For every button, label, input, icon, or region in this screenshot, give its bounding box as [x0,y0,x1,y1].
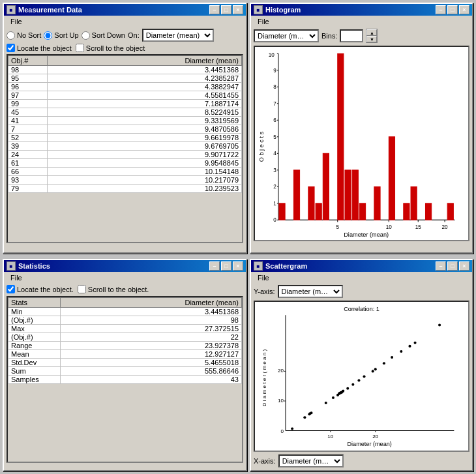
sort-by-dropdown[interactable]: Diameter (mean) [142,29,214,42]
table-row[interactable]: 6610.154148 [8,168,242,176]
table-row[interactable]: Std.Dev5.4655018 [8,359,242,367]
svg-text:20: 20 [442,224,449,230]
scattergram-close-btn[interactable]: × [459,261,469,271]
svg-rect-38 [447,203,453,220]
table-row[interactable]: 983.4451368 [8,66,242,74]
sort-down-option[interactable]: Sort Down [82,31,125,40]
svg-text:8: 8 [273,84,276,90]
statistics-maximize-btn[interactable]: □ [221,261,231,271]
stats-label-cell: Min [8,308,61,316]
statistics-title-controls: – □ × [209,261,243,271]
table-row[interactable]: 9310.217079 [8,176,242,185]
scattergram-file-menu[interactable]: File [254,273,273,282]
svg-point-58 [303,416,306,419]
statistics-minimize-btn[interactable]: – [209,261,220,271]
table-row[interactable]: 458.5224915 [8,108,242,117]
table-row[interactable]: Samples43 [8,376,242,384]
histogram-minimize-btn[interactable]: – [436,5,446,14]
table-row[interactable]: 964.3882947 [8,83,242,91]
measurement-close-btn[interactable]: × [233,5,243,14]
sort-up-option[interactable]: Sort Up [44,31,78,40]
diameter-cell: 4.5581455 [48,91,242,100]
stats-value-cell: 23.927378 [61,342,242,350]
measurement-title: Measurement Data [18,6,82,14]
svg-rect-30 [345,170,351,220]
table-row[interactable]: (Obj.#)22 [8,333,242,342]
table-row[interactable]: Range23.927378 [8,342,242,350]
table-row[interactable]: 249.9071722 [8,151,242,159]
table-row[interactable]: 529.6619978 [8,134,242,142]
table-row[interactable]: 79.4870586 [8,125,242,134]
svg-point-63 [332,396,335,399]
svg-text:10: 10 [278,398,284,404]
histogram-title: Histogram [265,6,301,14]
bins-spin-up[interactable]: ▲ [366,29,377,36]
stats-label-cell: (Obj.#) [8,333,61,342]
scattergram-maximize-btn[interactable]: □ [447,261,458,271]
svg-rect-24 [279,203,285,220]
svg-rect-31 [352,170,358,220]
locate-object-checkbox-label[interactable]: Locate the object [7,44,72,52]
stats-col-header-stats: Stats [8,298,61,308]
table-row[interactable]: 997.1887174 [8,100,242,108]
measurement-table-container[interactable]: Obj.# Diameter (mean) 983.4451368954.238… [7,54,243,243]
stats-locate-checkbox[interactable] [7,285,15,293]
measurement-maximize-btn[interactable]: □ [221,5,231,14]
statistics-close-btn[interactable]: × [233,261,243,271]
statistics-table-container[interactable]: Stats Diameter (mean) Min3.4451368(Obj.#… [7,296,243,463]
stats-value-cell: 43 [61,376,242,384]
stats-label-cell: Samples [8,376,61,384]
scroll-object-checkbox[interactable] [76,44,84,52]
histogram-close-btn[interactable]: × [459,5,469,14]
table-row[interactable]: (Obj.#)98 [8,316,242,325]
scattergram-minimize-btn[interactable]: – [436,261,446,271]
histogram-maximize-btn[interactable]: □ [447,5,458,14]
svg-point-83 [414,342,417,344]
scattergram-y-axis-dropdown[interactable]: Diameter (m… [278,285,343,298]
bins-spinner[interactable]: ▲ ▼ [366,29,378,43]
table-row[interactable]: 619.9548845 [8,159,242,168]
measurement-file-menu[interactable]: File [7,17,26,26]
table-row[interactable]: 954.2385287 [8,74,242,83]
locate-object-checkbox[interactable] [7,44,15,52]
sort-up-radio[interactable] [44,31,52,40]
stats-scroll-checkbox-label[interactable]: Scroll to the object. [78,285,149,293]
obj-num-cell: 97 [8,91,48,100]
histogram-x-axis-dropdown[interactable]: Diameter (m… [254,29,319,42]
svg-rect-28 [323,153,329,220]
scattergram-axis-toolbar: Y-axis: Diameter (m… [251,284,472,299]
diameter-cell: 3.4451368 [48,66,242,74]
measurement-menu-bar: File [4,16,246,27]
stats-label-cell: Std.Dev [8,359,61,367]
table-row[interactable]: 974.5581455 [8,91,242,100]
table-row[interactable]: Sum555.86646 [8,367,242,376]
stats-locate-checkbox-label[interactable]: Locate the object. [7,285,74,293]
statistics-file-menu[interactable]: File [7,273,26,282]
sort-down-radio[interactable] [82,31,90,40]
table-row[interactable]: Mean12.927127 [8,350,242,359]
scattergram-window-icon: ■ [254,261,263,271]
bins-input[interactable]: 24 [340,29,363,42]
table-row[interactable]: Min3.4451368 [8,308,242,316]
x-axis-label: X-axis: [254,457,276,465]
measurement-title-controls: – □ × [209,5,243,14]
stats-scroll-checkbox[interactable] [78,285,86,293]
svg-point-79 [383,362,385,364]
diameter-cell: 9.6769705 [48,142,242,151]
bins-spin-down[interactable]: ▼ [366,36,377,42]
statistics-title-bar: ■ Statistics – □ × [4,260,246,272]
scattergram-title-controls: – □ × [436,261,469,271]
svg-text:10: 10 [269,52,275,58]
table-row[interactable]: 399.6769705 [8,142,242,151]
table-row[interactable]: 419.3319569 [8,117,242,125]
table-row[interactable]: 7910.239523 [8,185,242,193]
obj-num-cell: 61 [8,159,48,168]
table-row[interactable]: Max27.372515 [8,325,242,333]
scattergram-x-axis-dropdown[interactable]: Diameter (m… [278,454,344,467]
measurement-minimize-btn[interactable]: – [209,5,220,14]
histogram-file-menu[interactable]: File [254,17,273,26]
stats-label-cell: (Obj.#) [8,316,61,325]
no-sort-option[interactable]: No Sort [7,31,41,40]
no-sort-radio[interactable] [7,31,15,40]
scroll-object-checkbox-label[interactable]: Scroll to the object [76,44,145,52]
